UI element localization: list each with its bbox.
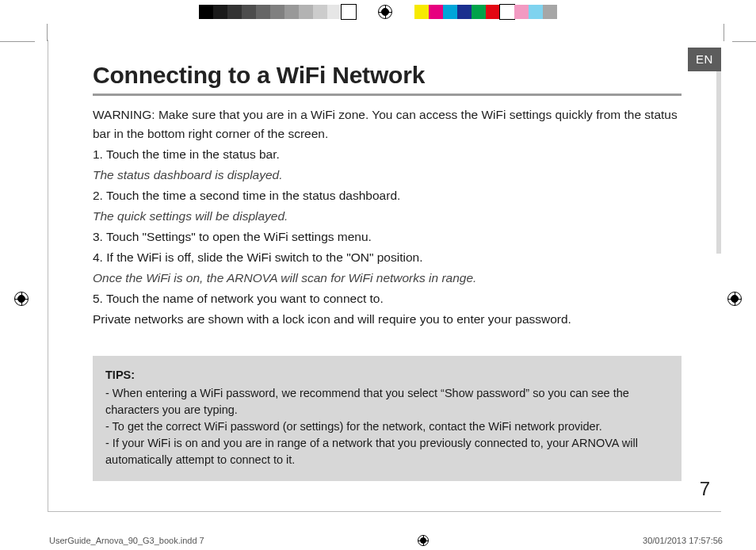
color-swatch	[313, 5, 327, 19]
step-1: 1. Touch the time in the status bar.	[93, 145, 682, 164]
registration-mark-icon	[418, 535, 429, 546]
crop-mark	[724, 24, 724, 41]
tips-box: TIPS: - When entering a WiFi password, w…	[93, 356, 682, 481]
color-swatch	[500, 5, 514, 19]
color-swatch	[270, 5, 284, 19]
color-swatch	[242, 5, 256, 19]
color-swatch	[429, 5, 443, 19]
color-swatch	[514, 5, 529, 19]
color-swatch	[199, 5, 213, 19]
color-swatch	[284, 5, 299, 19]
registration-mark-icon	[14, 292, 29, 306]
page-title: Connecting to a WiFi Network	[93, 62, 682, 89]
registration-mark-icon	[727, 292, 742, 306]
step-5-note: Private networks are shown with a lock i…	[93, 310, 682, 329]
step-3: 3. Touch "Settings" to open the WiFi set…	[93, 227, 682, 246]
step-5: 5. Touch the name of network you want to…	[93, 289, 682, 308]
registration-mark-icon	[378, 5, 392, 19]
slug-line: UserGuide_Arnova_90_G3_book.indd 7 30/01…	[49, 531, 723, 550]
language-tab: EN	[688, 48, 721, 71]
tips-heading: TIPS:	[105, 367, 669, 384]
color-swatch	[256, 5, 270, 19]
color-swatch	[443, 5, 457, 19]
page-number: 7	[700, 478, 710, 500]
printer-color-bar	[0, 5, 756, 19]
color-swatch	[299, 5, 313, 19]
crop-mark	[0, 41, 35, 42]
color-swatch	[227, 5, 242, 19]
page-content: Connecting to a WiFi Network WARNING: Ma…	[93, 62, 682, 481]
page-frame: EN Connecting to a WiFi Network WARNING:…	[48, 40, 721, 512]
color-swatch	[213, 5, 227, 19]
color-swatch	[457, 5, 472, 19]
color-swatch	[327, 5, 342, 19]
color-swatch	[529, 5, 543, 19]
tip-3: - If your WiFi is on and you are in rang…	[105, 435, 669, 468]
tip-1: - When entering a WiFi password, we reco…	[105, 385, 669, 418]
crop-mark	[732, 41, 756, 42]
crop-mark	[47, 24, 48, 41]
slug-datetime: 30/01/2013 17:57:56	[643, 536, 723, 545]
title-rule	[93, 94, 682, 96]
step-4: 4. If the WiFi is off, slide the WiFi sw…	[93, 248, 682, 267]
color-swatch	[472, 5, 486, 19]
color-swatch	[543, 5, 557, 19]
color-swatch	[342, 5, 356, 19]
warning-text: WARNING: Make sure that you are in a WiF…	[93, 105, 682, 143]
color-swatch	[486, 5, 500, 19]
slug-file: UserGuide_Arnova_90_G3_book.indd 7	[49, 536, 204, 545]
step-4-note: Once the WiFi is on, the ARNOVA will sca…	[93, 269, 682, 288]
step-2-note: The quick settings will be displayed.	[93, 207, 682, 226]
color-swatch	[414, 5, 429, 19]
step-1-note: The status dashboard is displayed.	[93, 166, 682, 185]
side-rail	[716, 71, 721, 254]
tip-2: - To get the correct WiFi password (or s…	[105, 418, 669, 435]
step-2: 2. Touch the time a second time in the s…	[93, 186, 682, 205]
